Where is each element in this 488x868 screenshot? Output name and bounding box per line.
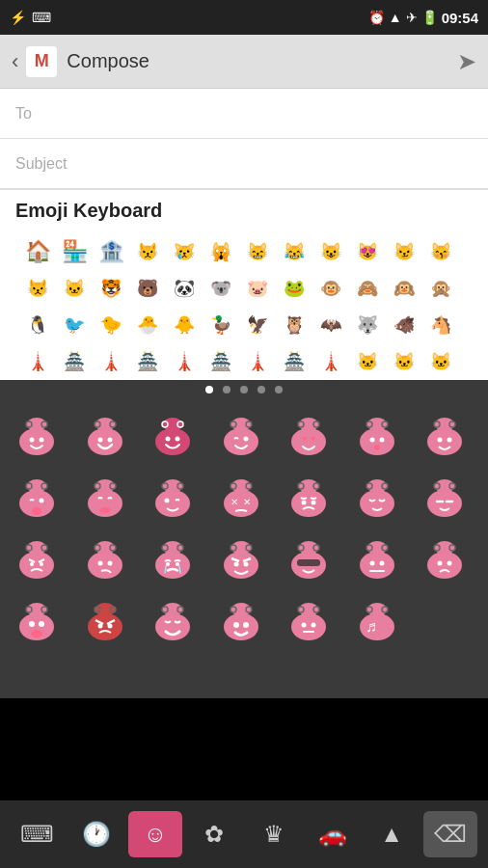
car-button[interactable]: 🚗 [306,811,360,857]
clock-button[interactable]: 🕐 [69,811,123,857]
black-emoji-b5[interactable]: 🐼 [166,270,203,307]
svg-point-118 [427,552,462,579]
black-emoji-cat3[interactable]: 🙀 [203,233,239,270]
svg-point-12 [155,428,190,455]
pink-emoji-tongue[interactable] [8,471,66,529]
dot-5[interactable] [275,386,283,393]
black-emoji-c12[interactable]: 🐴 [422,307,459,343]
black-emoji-cat9[interactable]: 😽 [422,233,459,270]
to-input[interactable] [93,105,473,122]
black-emoji-c1[interactable]: 🐧 [19,307,56,343]
black-emoji-cat7[interactable]: 😻 [349,233,386,270]
delete-button[interactable]: ⌫ [423,811,477,857]
black-emoji-d8[interactable]: 🏯 [276,343,312,380]
pink-emoji-smile[interactable] [144,409,202,467]
black-emoji-c8[interactable]: 🦉 [276,307,312,343]
black-emoji-cat2[interactable]: 😿 [166,233,203,270]
black-emoji-b1[interactable]: 😾 [19,270,56,307]
black-emoji-c2[interactable]: 🐦 [56,307,93,343]
black-emoji-bank[interactable]: 🏦 [93,233,129,270]
pink-emoji-cool[interactable] [280,532,338,590]
pink-emoji-hearteyes[interactable] [416,409,474,467]
svg-point-52 [99,507,111,513]
pink-emoji-rage[interactable] [76,594,134,652]
pink-emoji-crazy[interactable] [76,471,134,529]
black-emoji-b8[interactable]: 🐸 [276,270,312,307]
black-emoji-cat8[interactable]: 😼 [386,233,422,270]
black-emoji-d11[interactable]: 🐱 [386,343,422,380]
emoji-button[interactable]: ☺ [128,811,182,857]
black-emoji-house[interactable]: 🏠 [19,233,56,270]
black-emoji-d2[interactable]: 🏯 [56,343,93,380]
black-emoji-store[interactable]: 🏪 [56,233,93,270]
black-emoji-cat1[interactable]: 😾 [129,233,166,270]
black-emoji-cat5[interactable]: 😹 [276,233,312,270]
pink-emoji-squint[interactable] [416,471,474,529]
pink-emoji-grr[interactable] [280,471,338,529]
pink-emoji-uwah[interactable] [8,594,66,652]
pink-emoji-sleepy[interactable] [348,471,406,529]
keyboard-button[interactable]: ⌨ [11,811,65,857]
black-emoji-b10[interactable]: 🙈 [349,270,386,307]
pink-emoji-kiss[interactable] [348,409,406,467]
black-emoji-d3[interactable]: 🗼 [93,343,129,380]
pink-emoji-whatever[interactable] [348,532,406,590]
pink-emoji-wink[interactable] [212,409,270,467]
black-emoji-c7[interactable]: 🦅 [239,307,276,343]
pink-emoji-cheer[interactable] [144,594,202,652]
black-emoji-c6[interactable]: 🦆 [203,307,239,343]
pink-emoji-cry[interactable] [144,532,202,590]
pink-emoji-dizzy[interactable]: ✕ ✕ [212,471,270,529]
svg-point-149 [298,607,304,612]
dot-3[interactable] [240,386,248,393]
black-emoji-d9[interactable]: 🗼 [312,343,349,380]
black-emoji-c9[interactable]: 🦇 [312,307,349,343]
black-emoji-cat6[interactable]: 😺 [312,233,349,270]
black-emoji-c3[interactable]: 🐤 [93,307,129,343]
pink-emoji-area: ♥ ♥ [0,399,488,698]
black-emoji-d4[interactable]: 🏯 [129,343,166,380]
pink-emoji-grin[interactable] [76,409,134,467]
black-emoji-b7[interactable]: 🐷 [239,270,276,307]
pink-emoji-excited[interactable] [212,594,270,652]
flower-button[interactable]: ✿ [187,811,241,857]
black-emoji-d10[interactable]: 🐱 [349,343,386,380]
subject-input[interactable] [93,155,473,173]
pink-emoji-happy[interactable] [8,409,66,467]
black-emoji-d1[interactable]: 🗼 [19,343,56,380]
black-emoji-c10[interactable]: 🐺 [349,307,386,343]
send-button[interactable]: ➤ [457,48,476,75]
pink-emoji-smirk[interactable] [76,532,134,590]
black-emoji-d6[interactable]: 🏯 [203,343,239,380]
pink-emoji-love[interactable]: ♥ ♥ [280,409,338,467]
black-emoji-c4[interactable]: 🐣 [129,307,166,343]
pink-emoji-worry[interactable] [416,532,474,590]
black-emoji-b12[interactable]: 🙊 [422,270,459,307]
black-emoji-b3[interactable]: 🐯 [93,270,129,307]
dot-1[interactable] [205,386,213,393]
pink-emoji-music[interactable]: ♬ [348,594,406,652]
black-emoji-d5[interactable]: 🗼 [166,343,203,380]
pink-emoji-wink2[interactable] [144,471,202,529]
black-emoji-c5[interactable]: 🐥 [166,307,203,343]
crown-button[interactable]: ♛ [247,811,301,857]
dot-4[interactable] [258,386,265,393]
back-button[interactable]: ‹ [12,49,18,74]
pink-emoji-angry[interactable] [8,532,66,590]
black-emoji-b9[interactable]: 🐵 [312,270,349,307]
dot-2[interactable] [223,386,230,393]
svg-point-56 [177,483,183,489]
black-emoji-b2[interactable]: 🐱 [56,270,93,307]
pink-emoji-evil[interactable] [212,532,270,590]
black-emoji-d7[interactable]: 🗼 [239,343,276,380]
svg-point-150 [313,607,319,612]
black-emoji-b4[interactable]: 🐻 [129,270,166,307]
black-emoji-cat4[interactable]: 😸 [239,233,276,270]
black-emoji-d12[interactable]: 🐱 [422,343,459,380]
svg-point-36 [427,428,462,455]
black-emoji-b6[interactable]: 🐨 [203,270,239,307]
triangle-button[interactable]: ▲ [365,811,419,857]
black-emoji-c11[interactable]: 🐗 [386,307,422,343]
black-emoji-b11[interactable]: 🙉 [386,270,422,307]
pink-emoji-think[interactable] [280,594,338,652]
